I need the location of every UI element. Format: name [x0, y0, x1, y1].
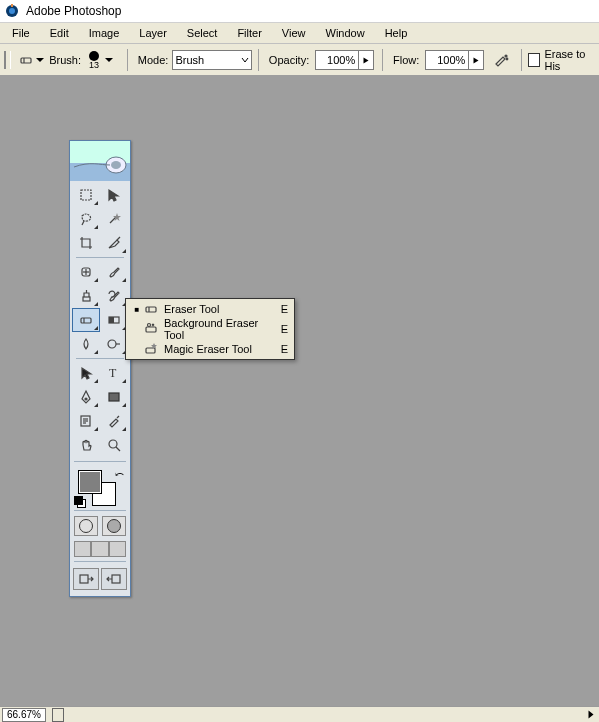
- svg-rect-39: [146, 327, 156, 332]
- flow-label: Flow:: [393, 54, 419, 66]
- svg-point-23: [108, 340, 116, 348]
- tool-dodge[interactable]: [100, 332, 128, 356]
- tool-pen[interactable]: [72, 385, 100, 409]
- erase-to-history-checkbox[interactable]: Erase to His: [528, 48, 595, 72]
- edit-standard-mode[interactable]: [74, 516, 98, 536]
- menu-layer[interactable]: Layer: [129, 25, 177, 41]
- svg-rect-17: [83, 297, 90, 301]
- svg-rect-36: [112, 575, 120, 583]
- svg-point-26: [85, 398, 87, 400]
- tool-hand[interactable]: [72, 433, 100, 457]
- flyout-label: Background Eraser Tool: [160, 317, 276, 341]
- tool-history-brush[interactable]: [100, 284, 128, 308]
- separator: [521, 49, 522, 71]
- default-colors-icon[interactable]: [74, 496, 84, 506]
- flyout-label: Eraser Tool: [160, 303, 276, 315]
- mode-select[interactable]: Brush: [172, 50, 252, 70]
- flow-value: 100%: [426, 54, 468, 66]
- tool-slice[interactable]: [100, 231, 128, 255]
- flyout-item-eraser[interactable]: ■ Eraser Tool E: [126, 299, 294, 319]
- screenmode-full-menubar[interactable]: [91, 541, 108, 557]
- flyout-shortcut: E: [276, 343, 288, 355]
- menu-filter[interactable]: Filter: [227, 25, 271, 41]
- menu-help[interactable]: Help: [375, 25, 418, 41]
- toolbox-palette[interactable]: T ⤺: [69, 140, 131, 597]
- foreground-color-swatch[interactable]: [78, 470, 102, 494]
- svg-line-34: [116, 447, 120, 451]
- tool-brush[interactable]: [100, 260, 128, 284]
- document-info-icon[interactable]: [52, 708, 64, 722]
- jump-to-imageready[interactable]: [73, 568, 99, 590]
- svg-rect-27: [109, 393, 119, 401]
- tool-type[interactable]: T: [100, 361, 128, 385]
- tool-shape[interactable]: [100, 385, 128, 409]
- status-bar: 66.67%: [0, 706, 599, 722]
- opacity-label: Opacity:: [269, 54, 309, 66]
- flyout-item-magic-eraser[interactable]: Magic Eraser Tool E: [126, 339, 294, 359]
- background-eraser-icon: [142, 321, 160, 337]
- svg-line-32: [117, 416, 119, 418]
- mode-value: Brush: [175, 54, 204, 66]
- brush-preset-picker[interactable]: 13: [85, 51, 103, 70]
- flyout-shortcut: E: [276, 323, 288, 335]
- chevron-down-icon: [241, 56, 249, 64]
- color-swatches[interactable]: ⤺: [70, 466, 130, 506]
- airbrush-toggle[interactable]: [492, 50, 509, 70]
- tool-magic-wand[interactable]: [100, 207, 128, 231]
- tool-healing-brush[interactable]: [72, 260, 100, 284]
- brush-label: Brush:: [49, 54, 81, 66]
- menu-image[interactable]: Image: [79, 25, 130, 41]
- mode-label: Mode:: [138, 54, 169, 66]
- tool-notes[interactable]: [72, 409, 100, 433]
- tool-crop[interactable]: [72, 231, 100, 255]
- svg-rect-41: [146, 348, 155, 353]
- eraser-tool-flyout: ■ Eraser Tool E Background Eraser Tool E…: [125, 298, 295, 360]
- erase-to-history-label: Erase to His: [544, 48, 595, 72]
- selected-mark-icon: ■: [132, 305, 142, 314]
- edit-quickmask-mode[interactable]: [102, 516, 126, 536]
- tool-move[interactable]: [100, 183, 128, 207]
- screenmode-full[interactable]: [109, 541, 126, 557]
- svg-point-6: [506, 58, 508, 60]
- tool-lasso[interactable]: [72, 207, 100, 231]
- flow-flyout-arrow[interactable]: [468, 51, 483, 69]
- tool-gradient[interactable]: [100, 308, 128, 332]
- jump-to-imageready-alt[interactable]: [101, 568, 127, 590]
- tool-zoom[interactable]: [100, 433, 128, 457]
- tool-blur[interactable]: [72, 332, 100, 356]
- optionsbar-grip[interactable]: [4, 51, 11, 69]
- menu-window[interactable]: Window: [316, 25, 375, 41]
- flyout-shortcut: E: [276, 303, 288, 315]
- tool-clone-stamp[interactable]: [72, 284, 100, 308]
- svg-rect-11: [81, 190, 91, 200]
- svg-text:T: T: [109, 366, 117, 380]
- tool-eraser[interactable]: [72, 308, 100, 332]
- opacity-field[interactable]: 100%: [315, 50, 374, 70]
- svg-rect-19: [81, 318, 91, 323]
- menu-select[interactable]: Select: [177, 25, 228, 41]
- menu-file[interactable]: File: [2, 25, 40, 41]
- opacity-flyout-arrow[interactable]: [358, 51, 373, 69]
- svg-point-1: [9, 8, 15, 14]
- svg-rect-3: [21, 58, 31, 63]
- zoom-field[interactable]: 66.67%: [2, 708, 46, 722]
- tool-eyedropper[interactable]: [100, 409, 128, 433]
- svg-point-5: [505, 55, 507, 57]
- screenmode-standard[interactable]: [74, 541, 91, 557]
- flyout-item-background-eraser[interactable]: Background Eraser Tool E: [126, 319, 294, 339]
- svg-rect-37: [146, 307, 156, 312]
- status-flyout-arrow[interactable]: [589, 711, 594, 719]
- titlebar: Adobe Photoshop: [0, 0, 599, 23]
- flow-field[interactable]: 100%: [425, 50, 484, 70]
- svg-rect-35: [80, 575, 88, 583]
- separator: [382, 49, 383, 71]
- menu-edit[interactable]: Edit: [40, 25, 79, 41]
- current-tool-icon[interactable]: [17, 48, 45, 72]
- svg-point-10: [111, 161, 121, 169]
- brush-dropdown-caret[interactable]: [105, 58, 113, 62]
- eraser-icon: [142, 301, 160, 317]
- swap-colors-icon[interactable]: ⤺: [115, 468, 124, 481]
- tool-path-selection[interactable]: [72, 361, 100, 385]
- menu-view[interactable]: View: [272, 25, 316, 41]
- tool-marquee[interactable]: [72, 183, 100, 207]
